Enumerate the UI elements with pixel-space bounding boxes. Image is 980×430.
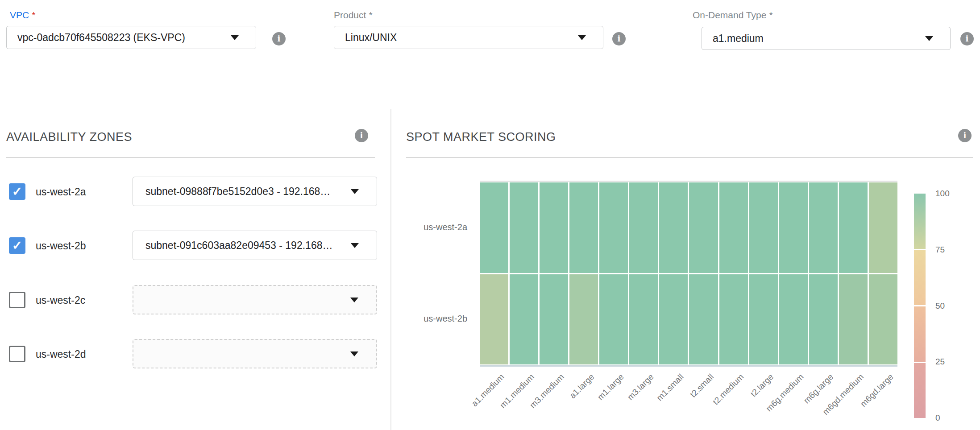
heatmap-y-label: us-west-2a [393, 222, 467, 232]
heatmap-cell-us-west-2a-m3.medium[interactable] [540, 182, 568, 273]
info-icon[interactable] [612, 32, 626, 45]
heatmap-cell-us-west-2b-t2.medium[interactable] [719, 274, 748, 365]
heatmap-cell-us-west-2b-m6gd.medium[interactable] [839, 274, 868, 365]
heatmap-cell-us-west-2a-m6g.large[interactable] [809, 182, 838, 273]
az-checkbox-us-west-2d[interactable] [9, 346, 25, 362]
heatmap-cell-us-west-2a-t2.large[interactable] [749, 182, 778, 273]
info-icon[interactable] [960, 32, 974, 45]
heatmap-cell-us-west-2b-m6g.large[interactable] [809, 274, 838, 365]
heatmap-cell-us-west-2a-m1.small[interactable] [659, 182, 688, 273]
info-icon[interactable] [958, 129, 972, 142]
chevron-down-icon [925, 36, 933, 41]
section-underline [406, 157, 973, 158]
heatmap-cell-us-west-2b-a1.medium[interactable] [480, 274, 508, 365]
heatmap-cell-us-west-2b-a1.large[interactable] [569, 274, 598, 365]
heatmap-colorbar [914, 194, 926, 418]
colorbar-segment [914, 194, 926, 249]
heatmap-x-label: t2.medium [711, 372, 746, 407]
heatmap-x-label: t2.large [749, 372, 776, 399]
heatmap-cell-us-west-2a-m6gd.medium[interactable] [839, 182, 868, 273]
subnet-select-us-west-2b[interactable]: subnet-091c603aa82e09453 - 192.168… [133, 231, 377, 260]
heatmap-cell-us-west-2b-t2.small[interactable] [689, 274, 718, 365]
heatmap-colorbar-ticks: 1007550250 [935, 194, 967, 418]
heatmap-cell-us-west-2a-m1.large[interactable] [599, 182, 628, 273]
heatmap-cell-us-west-2a-t2.small[interactable] [689, 182, 718, 273]
heatmap-y-label: us-west-2b [393, 314, 467, 324]
heatmap-cell-us-west-2a-m3.large[interactable] [629, 182, 658, 273]
heatmap-x-axis: a1.mediumm1.mediumm3.mediuma1.largem1.la… [480, 368, 897, 430]
az-name-label: us-west-2c [36, 294, 85, 306]
subnet-select-value: subnet-091c603aa82e09453 - 192.168… [145, 240, 332, 252]
required-asterisk: * [769, 10, 772, 20]
heatmap-cell-us-west-2a-m6gd.large[interactable] [869, 182, 897, 273]
chevron-down-icon [351, 189, 359, 194]
chevron-down-icon [350, 298, 358, 302]
heatmap-cell-us-west-2a-a1.medium[interactable] [480, 182, 508, 273]
subnet-select-value: subnet-09888f7be5152d0e3 - 192.168… [145, 186, 330, 198]
chevron-down-icon [350, 351, 358, 356]
heatmap-cell-us-west-2b-m3.large[interactable] [629, 274, 658, 365]
heatmap-bottom-border [480, 365, 897, 367]
chevron-down-icon [578, 35, 586, 40]
heatmap-cell-us-west-2a-m1.medium[interactable] [510, 182, 538, 273]
on-demand-type-select-value: a1.medium [713, 33, 764, 45]
heatmap-cell-us-west-2b-m1.large[interactable] [599, 274, 628, 365]
colorbar-segment [914, 250, 926, 306]
heatmap-top-border [480, 181, 897, 182]
heatmap-cell-us-west-2b-m1.small[interactable] [659, 274, 688, 365]
on-demand-type-label: On-Demand Type* [693, 10, 773, 21]
colorbar-segment [914, 306, 926, 362]
az-checkbox-us-west-2c[interactable] [9, 292, 25, 308]
heatmap-x-label: m3.large [626, 372, 656, 402]
colorbar-tick-label: 0 [935, 413, 940, 423]
on-demand-type-select[interactable]: a1.medium [702, 27, 951, 50]
heatmap-x-label: t2.small [688, 372, 716, 400]
colorbar-tick-label: 50 [935, 301, 945, 311]
colorbar-tick-label: 100 [935, 189, 950, 198]
chevron-down-icon [351, 243, 359, 248]
heatmap-x-label: m1.small [655, 372, 686, 403]
az-name-label: us-west-2b [36, 240, 86, 252]
subnet-select-us-west-2c [133, 285, 377, 314]
colorbar-segment [914, 363, 926, 418]
az-checkbox-us-west-2a[interactable] [9, 183, 25, 200]
heatmap-grid [480, 182, 897, 364]
heatmap-cell-us-west-2a-m6g.medium[interactable] [779, 182, 808, 273]
heatmap-cell-us-west-2a-a1.large[interactable] [569, 182, 598, 273]
subnet-select-us-west-2a[interactable]: subnet-09888f7be5152d0e3 - 192.168… [133, 177, 377, 206]
az-rows: us-west-2asubnet-09888f7be5152d0e3 - 192… [0, 0, 391, 430]
heatmap-x-label: m1.large [596, 372, 626, 402]
colorbar-tick-label: 25 [935, 357, 945, 367]
az-checkbox-us-west-2b[interactable] [9, 237, 25, 254]
heatmap-cell-us-west-2b-t2.large[interactable] [749, 274, 778, 365]
subnet-select-us-west-2d [133, 339, 377, 368]
heatmap-cell-us-west-2b-m1.medium[interactable] [510, 274, 538, 365]
az-name-label: us-west-2d [36, 348, 86, 360]
az-name-label: us-west-2a [36, 186, 86, 198]
heatmap-cell-us-west-2b-m6gd.large[interactable] [869, 274, 897, 365]
heatmap-x-label: a1.large [568, 372, 596, 401]
spot-market-scoring-title: SPOT MARKET SCORING [406, 130, 556, 144]
heatmap-cell-us-west-2b-m6g.medium[interactable] [779, 274, 808, 365]
colorbar-tick-label: 75 [935, 245, 945, 255]
heatmap-cell-us-west-2b-m3.medium[interactable] [540, 274, 568, 365]
heatmap-cell-us-west-2a-t2.medium[interactable] [719, 182, 748, 273]
